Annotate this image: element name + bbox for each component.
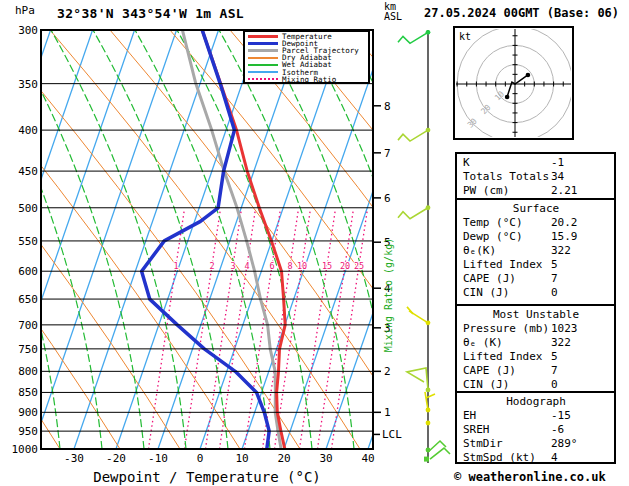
isotherm-line — [32, 30, 177, 449]
temp-tick-label: 40 — [361, 452, 374, 465]
pressure-axis-unit: hPa — [15, 4, 35, 17]
wind-barb — [428, 441, 446, 452]
temp-tick-label: 30 — [319, 452, 332, 465]
legend-line-sample — [248, 35, 278, 38]
table-row: θₑ(K)322 — [463, 244, 609, 258]
isotherm-line — [74, 30, 219, 449]
table-row: Temp (°C)20.2 — [463, 216, 609, 230]
stat-label: Lifted Index — [463, 258, 551, 272]
mixing-ratio-value-label: 25 — [354, 261, 364, 271]
mixing-ratio-line — [317, 210, 353, 449]
stat-label: θₑ(K) — [463, 244, 551, 258]
mixing-ratio-line — [299, 210, 335, 449]
stat-value: 289° — [551, 437, 609, 451]
pressure-tick-label: 550 — [18, 235, 38, 248]
wind-barb — [398, 208, 428, 219]
mixing-ratio-value-label: 4 — [244, 261, 249, 271]
table-row: Pressure (mb)1023 — [463, 322, 609, 336]
stat-value: 5 — [551, 258, 609, 272]
lcl-label: LCL — [382, 428, 402, 441]
stat-value: 7 — [551, 364, 609, 378]
wet-adiabat-line — [0, 30, 18, 449]
stat-label: CIN (J) — [463, 286, 551, 300]
section-title: Surface — [463, 202, 609, 216]
mixing-ratio-value-label: 10 — [297, 261, 307, 271]
section-title: Hodograph — [463, 395, 609, 409]
mixing-ratio-value-label: 6 — [269, 261, 274, 271]
stat-value: 0 — [551, 378, 609, 392]
pressure-tick-label: 850 — [18, 386, 38, 399]
legend-line-sample — [248, 49, 278, 52]
temp-tick-label: -20 — [106, 452, 126, 465]
legend: Temperature Dewpoint Parcel Trajectory D… — [243, 30, 370, 84]
stat-value: 15.9 — [551, 230, 609, 244]
temp-tick-label: -10 — [148, 452, 168, 465]
most-unstable-stats-box: Most Unstable Pressure (mb)1023 θₑ (K)32… — [455, 304, 616, 393]
stat-label: EH — [463, 409, 551, 423]
stat-label: StmSpd (kt) — [463, 451, 551, 465]
legend-item-label: Mixing Ratio — [282, 74, 336, 83]
stat-value: -15 — [551, 409, 609, 423]
stat-value: 322 — [551, 244, 609, 258]
stat-value: 2.21 — [551, 184, 609, 198]
isotherm-line — [0, 30, 9, 449]
wind-barb — [398, 32, 428, 43]
temp-tick-label: 0 — [197, 452, 204, 465]
table-row: CIN (J)0 — [463, 286, 609, 300]
legend-line-sample — [248, 57, 278, 59]
stat-label: StmDir — [463, 437, 551, 451]
wet-adiabat-line — [0, 30, 102, 449]
altitude-axis-unit: km ASL — [384, 2, 402, 22]
stat-label: Totals Totals — [463, 170, 551, 184]
pressure-tick-label: 300 — [18, 24, 38, 37]
section-title: Most Unstable — [463, 308, 609, 322]
wind-barb — [426, 394, 435, 398]
mixing-ratio-value-label: 15 — [322, 261, 332, 271]
isotherm-line — [0, 30, 93, 449]
pressure-tick-label: 650 — [18, 293, 38, 306]
table-row: Dewp (°C)15.9 — [463, 230, 609, 244]
table-row: Totals Totals34 — [463, 170, 609, 184]
table-row: CAPE (J)7 — [463, 272, 609, 286]
table-row: CAPE (J)7 — [463, 364, 609, 378]
mixing-ratio-value-label: 20 — [340, 261, 350, 271]
mixing-ratio-line — [184, 210, 220, 449]
stat-label: θₑ (K) — [463, 336, 551, 350]
mixing-ratio-value-label: 1 — [173, 261, 178, 271]
temp-tick-label: 10 — [235, 452, 248, 465]
isotherm-line — [116, 30, 261, 449]
table-row: CIN (J)0 — [463, 378, 609, 392]
copyright-watermark: © weatheronline.co.uk — [454, 470, 606, 484]
pressure-tick-label: 800 — [18, 365, 38, 378]
pressure-tick-label: 450 — [18, 165, 38, 178]
stat-label: PW (cm) — [463, 184, 551, 198]
km-tick-label: 8 — [384, 100, 391, 113]
stat-value: 20.2 — [551, 216, 609, 230]
stat-label: Temp (°C) — [463, 216, 551, 230]
mixing-ratio-value-label: 2 — [209, 261, 214, 271]
stat-value: 7 — [551, 272, 609, 286]
temperature-axis-label: Dewpoint / Temperature (°C) — [57, 469, 357, 485]
mixing-ratio-axis-label: Mixing Ratio (g/kg) — [383, 238, 394, 352]
wind-barb — [398, 130, 428, 141]
pressure-tick-label: 500 — [18, 202, 38, 215]
stat-value: 34 — [551, 170, 609, 184]
pressure-tick-label: 400 — [18, 124, 38, 137]
hodograph-stats-box: Hodograph EH-15 SREH-6 StmDir289° StmSpd… — [455, 391, 616, 464]
table-row: Lifted Index5 — [463, 258, 609, 272]
skewt-sounding-page: 3003504004505005506006507007508008509009… — [0, 0, 629, 486]
mixing-ratio-value-label: 3 — [230, 261, 235, 271]
stat-label: CAPE (J) — [463, 272, 551, 286]
stat-value: 1023 — [551, 322, 609, 336]
legend-row: Mixing Ratio — [248, 76, 368, 83]
surface-stats-box: Surface Temp (°C)20.2 Dewp (°C)15.9 θₑ(K… — [455, 198, 616, 306]
temp-tick-label: -30 — [64, 452, 84, 465]
pressure-tick-label: 950 — [18, 425, 38, 438]
stat-value: 4 — [551, 451, 609, 465]
wind-barb-dot — [426, 421, 431, 426]
stability-indices-box: K-1 Totals Totals34 PW (cm)2.21 — [455, 152, 616, 200]
stat-label: K — [463, 156, 551, 170]
km-tick-label: 1 — [384, 406, 391, 419]
km-tick-label: 2 — [384, 365, 391, 378]
stat-value: -6 — [551, 423, 609, 437]
